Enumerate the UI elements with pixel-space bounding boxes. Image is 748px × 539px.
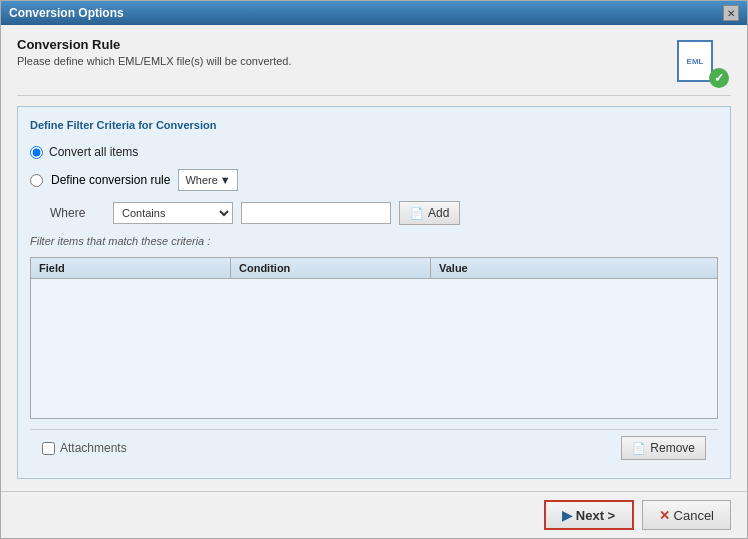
where-row: Where Contains Does not contain Starts w… (30, 201, 718, 225)
convert-all-label[interactable]: Convert all items (49, 145, 138, 159)
table-header: Field Condition Value (31, 258, 717, 279)
table-body (31, 279, 717, 418)
dropdown-arrow-icon: ▼ (220, 174, 231, 186)
where-label: Where (50, 206, 105, 220)
header-section: Conversion Rule Please define which EML/… (17, 37, 731, 96)
col-value: Value (431, 258, 717, 278)
attachments-checkbox[interactable] (42, 442, 55, 455)
section-title: Conversion Rule (17, 37, 292, 52)
content-area: Conversion Rule Please define which EML/… (1, 25, 747, 491)
define-rule-label[interactable]: Define conversion rule (51, 173, 170, 187)
col-field: Field (31, 258, 231, 278)
contains-dropdown[interactable]: Contains Does not contain Starts with En… (113, 202, 233, 224)
add-icon: 📄 (410, 207, 424, 220)
attachments-check: Attachments (42, 441, 127, 455)
where-mini-dropdown[interactable]: Where ▼ (178, 169, 237, 191)
close-icon: ✕ (727, 8, 735, 19)
eml-icon: EML ✓ (677, 40, 725, 84)
bottom-bar: Attachments 📄 Remove (30, 429, 718, 466)
main-window: Conversion Options ✕ Conversion Rule Ple… (0, 0, 748, 539)
convert-all-radio[interactable] (30, 146, 43, 159)
criteria-table: Field Condition Value (30, 257, 718, 419)
next-arrow-icon: ▶ (562, 508, 572, 523)
remove-button[interactable]: 📄 Remove (621, 436, 706, 460)
filter-hint: Filter items that match these criteria : (30, 235, 718, 247)
header-icon: EML ✓ (671, 37, 731, 87)
section-subtitle: Please define which EML/EMLX file(s) wil… (17, 55, 292, 67)
check-badge: ✓ (709, 68, 729, 88)
close-button[interactable]: ✕ (723, 5, 739, 21)
next-button[interactable]: ▶ Next > (544, 500, 634, 530)
footer: ▶ Next > ✕ Cancel (1, 491, 747, 538)
convert-all-row: Convert all items (30, 145, 718, 159)
value-input[interactable] (241, 202, 391, 224)
add-button-label: Add (428, 206, 449, 220)
eml-doc: EML (677, 40, 713, 82)
window-title: Conversion Options (9, 6, 124, 20)
cancel-icon: ✕ (659, 508, 670, 523)
filter-group: Define Filter Criteria for Conversion Co… (17, 106, 731, 479)
remove-icon: 📄 (632, 442, 646, 455)
define-rule-row: Define conversion rule Where ▼ (30, 169, 718, 191)
next-button-label: Next > (576, 508, 615, 523)
add-button[interactable]: 📄 Add (399, 201, 460, 225)
cancel-button[interactable]: ✕ Cancel (642, 500, 731, 530)
remove-button-label: Remove (650, 441, 695, 455)
contains-select[interactable]: Contains Does not contain Starts with En… (114, 206, 232, 220)
cancel-button-label: Cancel (674, 508, 714, 523)
title-bar: Conversion Options ✕ (1, 1, 747, 25)
define-rule-radio[interactable] (30, 174, 43, 187)
attachments-label[interactable]: Attachments (60, 441, 127, 455)
filter-group-title: Define Filter Criteria for Conversion (30, 119, 718, 131)
col-condition: Condition (231, 258, 431, 278)
header-text: Conversion Rule Please define which EML/… (17, 37, 292, 67)
where-mini-label: Where (185, 174, 217, 186)
